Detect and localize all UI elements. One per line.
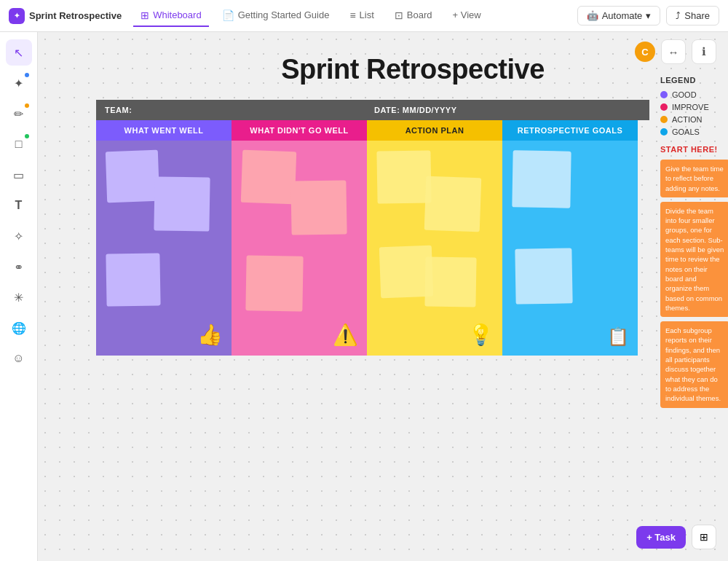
legend-dot-good — [660, 91, 668, 98]
face-icon: ☺ — [12, 352, 24, 365]
automate-chevron: ▾ — [646, 10, 651, 21]
bottom-actions: + Task ⊞ — [636, 525, 716, 549]
board-icon: ⊡ — [395, 9, 403, 21]
automate-button[interactable]: 🤖 Automate ▾ — [577, 6, 661, 26]
task-label: + Task — [646, 532, 676, 543]
share-button[interactable]: ⤴ Share — [666, 6, 719, 26]
tab-whiteboard[interactable]: ⊞ Whiteboard — [133, 5, 208, 27]
instruction-card-2: Divide the team into four smaller groups… — [660, 202, 728, 317]
sticky-note[interactable] — [424, 256, 476, 307]
sticky-note[interactable] — [241, 150, 296, 205]
sticky-note[interactable] — [290, 180, 347, 235]
add-view-label: + View — [453, 9, 481, 20]
col-header-retro-goals: RETROSPECTIVE GOALS — [502, 120, 638, 141]
tool-shape[interactable]: □ — [6, 131, 32, 157]
sticky-note[interactable] — [106, 150, 159, 203]
org-icon: ⚭ — [14, 260, 23, 274]
sticky-icon: ▭ — [13, 168, 24, 182]
went-well-icon: 👍 — [197, 323, 223, 347]
shape-icon: □ — [15, 138, 23, 151]
app-logo: ✦ Sprint Retrospective — [9, 8, 122, 24]
magic-icon: ✦ — [14, 76, 23, 90]
sticky-note[interactable] — [106, 253, 160, 306]
whiteboard-icon: ⊞ — [141, 9, 149, 21]
tool-face[interactable]: ☺ — [6, 345, 32, 372]
sticky-note[interactable] — [515, 248, 572, 304]
nav-actions: 🤖 Automate ▾ ⤴ Share — [577, 6, 719, 26]
legend-item-goals: GOALS — [660, 128, 728, 136]
start-here-title: START HERE! — [660, 145, 728, 154]
logo-icon: ✦ — [9, 8, 25, 24]
tool-cursor[interactable]: ↖ — [6, 39, 32, 66]
tab-board-label: Board — [407, 9, 432, 20]
magic-dot — [25, 73, 29, 77]
col-retro-goals[interactable]: 📋 — [502, 141, 638, 356]
col-header-action-plan: ACTION PLAN — [367, 120, 502, 141]
sticky-note[interactable] — [245, 255, 303, 311]
shape-dot — [25, 134, 29, 138]
legend-label-good: GOOD — [672, 90, 697, 99]
tool-magic[interactable]: ✦ — [6, 70, 32, 96]
col-header-didnt-go-well: WHAT DIDN'T GO WELL — [232, 120, 367, 141]
board-title: Sprint Retrospective — [96, 54, 728, 85]
connect-icon: ✳ — [14, 291, 23, 305]
share-icon: ⤴ — [676, 10, 681, 21]
instruction-card-1: Give the team time to reflect before add… — [660, 160, 728, 197]
legend-item-good: GOOD — [660, 90, 728, 99]
action-plan-icon: 💡 — [468, 323, 494, 347]
sticky-note[interactable] — [424, 176, 482, 232]
legend-label-goals: GOALS — [672, 128, 700, 136]
automate-label: Automate — [602, 10, 643, 21]
sticky-note[interactable] — [376, 150, 431, 203]
tool-connect[interactable]: ✳ — [6, 284, 32, 310]
retro-board: TEAM: DATE: MM/DD/YYYY WHAT WENT WELL WH… — [96, 100, 649, 356]
doc-icon: 📄 — [222, 9, 234, 21]
sticky-note[interactable] — [154, 176, 210, 231]
tool-pen[interactable]: ✏ — [6, 101, 32, 127]
apps-icon: ⊞ — [700, 531, 708, 543]
legend-panel: LEGEND GOOD IMPROVE ACTION GOALS S — [660, 76, 728, 412]
whiteboard-content: Sprint Retrospective TEAM: DATE: MM/DD/Y… — [96, 54, 728, 356]
legend-dot-goals — [660, 128, 668, 136]
column-bodies: 👍 ⚠️ 💡 — [96, 141, 649, 356]
left-sidebar: ↖ ✦ ✏ □ ▭ T ✧ ⚭ ✳ 🌐 ☺ — [0, 32, 38, 561]
tool-sticky[interactable]: ▭ — [6, 162, 32, 188]
tab-board[interactable]: ⊡ Board — [387, 5, 440, 27]
tab-getting-started[interactable]: 📄 Getting Started Guide — [215, 5, 337, 27]
main-canvas[interactable]: C ↔ ℹ Sprint Retrospective TEAM: DATE: M… — [38, 32, 728, 561]
legend-item-improve: IMPROVE — [660, 103, 728, 111]
share-label: Share — [684, 10, 710, 21]
tab-list[interactable]: ≡ List — [342, 5, 381, 27]
header-row: TEAM: DATE: MM/DD/YYYY — [96, 100, 649, 120]
pen-dot — [25, 103, 29, 108]
col-went-well[interactable]: 👍 — [96, 141, 232, 356]
task-button[interactable]: + Task — [636, 526, 686, 549]
apps-button[interactable]: ⊞ — [692, 525, 716, 549]
tool-text[interactable]: T — [6, 192, 32, 219]
legend-label-improve: IMPROVE — [672, 103, 709, 111]
column-headers: WHAT WENT WELL WHAT DIDN'T GO WELL ACTIO… — [96, 120, 649, 141]
legend-item-action: ACTION — [660, 115, 728, 124]
col-header-went-well: WHAT WENT WELL — [96, 120, 232, 141]
team-header: TEAM: — [96, 100, 365, 120]
tab-getting-started-label: Getting Started Guide — [238, 9, 330, 20]
pen-icon: ✏ — [14, 107, 23, 121]
instruction-text-1: Give the team time to reflect before add… — [665, 165, 724, 192]
retro-goals-icon: 📋 — [607, 326, 629, 347]
tool-org[interactable]: ⚭ — [6, 254, 32, 280]
automate-icon: 🤖 — [587, 10, 598, 21]
tab-add-view[interactable]: + View — [446, 5, 488, 26]
col-action-plan[interactable]: 💡 — [367, 141, 502, 356]
col-didnt-go-well[interactable]: ⚠️ — [232, 141, 367, 356]
text-icon: T — [15, 199, 23, 212]
date-header: DATE: MM/DD/YYYY — [365, 100, 649, 120]
list-icon: ≡ — [349, 9, 355, 21]
tool-globe[interactable]: 🌐 — [6, 315, 32, 341]
tab-list-label: List — [360, 9, 374, 20]
legend-title: LEGEND — [660, 76, 728, 85]
top-nav: ✦ Sprint Retrospective ⊞ Whiteboard 📄 Ge… — [0, 0, 728, 32]
instruction-text-2: Divide the team into four smaller groups… — [665, 207, 724, 312]
tool-sparkle[interactable]: ✧ — [6, 223, 32, 249]
app-title: Sprint Retrospective — [29, 10, 122, 21]
sticky-note[interactable] — [512, 150, 571, 208]
